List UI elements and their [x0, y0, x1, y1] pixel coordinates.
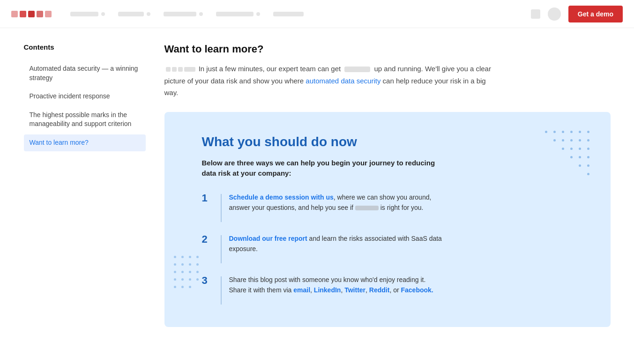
- dots-decoration-bottom-left: [174, 256, 200, 290]
- card-item-2: 2 Download our free report and learn the…: [202, 233, 588, 263]
- logo-block-2: [20, 11, 26, 17]
- intro-logo-d1: [166, 67, 171, 72]
- card-item-divider-3: [221, 276, 222, 305]
- card-item-3: 3 Share this blog post with someone you …: [202, 275, 588, 305]
- card-item-num-2: 2: [202, 233, 213, 245]
- section-header: Want to learn more? In just a few minute…: [164, 43, 611, 99]
- card-item-text-3: Share this blog post with someone you kn…: [229, 275, 445, 296]
- dots-decoration-top-right: [545, 131, 592, 178]
- logo-block-4: [37, 11, 43, 17]
- schedule-demo-link[interactable]: Schedule a demo session with us: [229, 193, 334, 201]
- nav-link-4[interactable]: [216, 12, 260, 16]
- logo-block-5: [45, 11, 52, 17]
- sidebar-title: Contents: [24, 43, 146, 51]
- section-title: Want to learn more?: [164, 43, 611, 55]
- share-email-link[interactable]: email: [293, 286, 310, 294]
- share-facebook-link[interactable]: Facebook.: [401, 286, 433, 294]
- nav-icon-2[interactable]: [548, 7, 561, 21]
- learn-more-card: What you should do now Below are three w…: [164, 112, 611, 327]
- nav-link-3[interactable]: [164, 12, 203, 16]
- blurred-product-inline: [355, 206, 379, 210]
- card-item-text-2: Download our free report and learn the r…: [229, 233, 445, 254]
- logo-block-3: [28, 11, 35, 17]
- card-title: What you should do now: [202, 134, 588, 149]
- card-item-1: 1 Schedule a demo session with us, where…: [202, 192, 588, 222]
- intro-logo-d4: [184, 67, 195, 72]
- download-report-link[interactable]: Download our free report: [229, 235, 307, 242]
- nav-links: [70, 12, 531, 16]
- page-layout: Contents Automated data security — a win…: [13, 28, 622, 342]
- logo[interactable]: [11, 11, 52, 17]
- share-linkedin-link[interactable]: LinkedIn: [314, 286, 341, 294]
- automated-security-link[interactable]: automated data security: [306, 77, 380, 85]
- card-item-num-3: 3: [202, 275, 213, 287]
- card-item-divider-1: [221, 194, 222, 222]
- logo-block-1: [11, 11, 18, 17]
- nav-icon-1[interactable]: [531, 9, 540, 19]
- navbar: Get a demo: [0, 0, 634, 28]
- sidebar-item-3[interactable]: The highest possible marks in the manage…: [24, 107, 146, 133]
- card-subtitle: Below are three ways we can help you beg…: [202, 158, 446, 179]
- card-item-divider-2: [221, 235, 222, 263]
- card-item-num-1: 1: [202, 192, 213, 204]
- sidebar-item-4[interactable]: Want to learn more?: [24, 134, 146, 151]
- nav-link-2[interactable]: [118, 12, 150, 16]
- intro-paragraph: In just a few minutes, our expert team c…: [164, 63, 502, 99]
- main-content: Want to learn more? In just a few minute…: [164, 43, 611, 327]
- intro-logo-d2: [172, 67, 177, 72]
- sidebar: Contents Automated data security — a win…: [24, 43, 146, 327]
- blurred-product-name: [344, 67, 370, 72]
- nav-actions: Get a demo: [531, 6, 623, 22]
- nav-link-5[interactable]: [273, 12, 304, 16]
- intro-logo-d3: [178, 67, 183, 72]
- card-items-list: 1 Schedule a demo session with us, where…: [202, 192, 588, 305]
- sidebar-item-2[interactable]: Proactive incident response: [24, 88, 146, 105]
- intro-logo: [166, 67, 195, 72]
- share-twitter-link[interactable]: Twitter: [344, 286, 365, 294]
- nav-link-1[interactable]: [70, 12, 105, 16]
- share-reddit-link[interactable]: Reddit: [369, 286, 390, 294]
- sidebar-item-1[interactable]: Automated data security — a winning stra…: [24, 60, 146, 86]
- card-item-text-1: Schedule a demo session with us, where w…: [229, 192, 445, 213]
- get-demo-button[interactable]: Get a demo: [568, 6, 623, 22]
